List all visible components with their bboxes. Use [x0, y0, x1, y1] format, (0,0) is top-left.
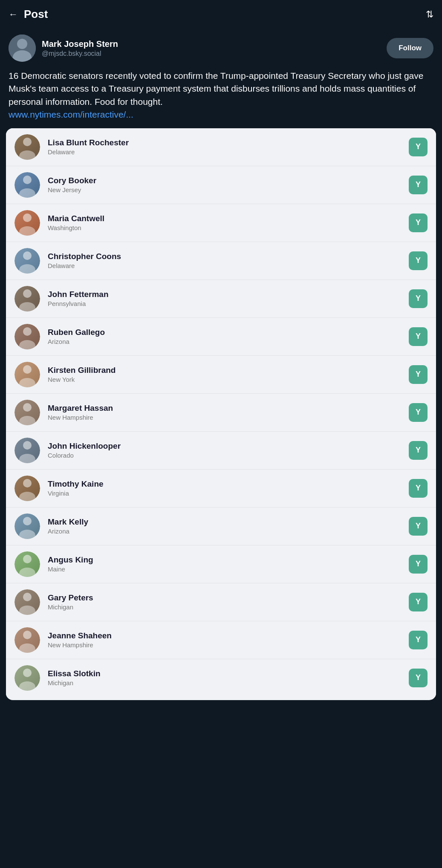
vote-badge: Y [409, 251, 428, 270]
senator-avatar [14, 438, 40, 463]
senator-info: Christopher Coons Delaware [48, 252, 409, 269]
senator-state: Pennsylvania [48, 300, 409, 307]
senator-info: Mark Kelly Arizona [48, 517, 409, 535]
senator-state: New Hampshire [48, 414, 409, 421]
senator-state: Washington [48, 224, 409, 231]
list-item: Angus King Maine Y [6, 545, 436, 583]
senator-state: New Hampshire [48, 641, 409, 649]
senator-avatar [14, 476, 40, 501]
vote-badge: Y [409, 403, 428, 422]
filter-icon[interactable]: ⇅ [426, 9, 433, 20]
senator-name: Elissa Slotkin [48, 669, 409, 678]
senator-state: Delaware [48, 148, 409, 156]
vote-badge: Y [409, 289, 428, 308]
senator-name: Kirsten Gillibrand [48, 366, 409, 375]
vote-badge: Y [409, 327, 428, 346]
senator-info: Gary Peters Michigan [48, 593, 409, 611]
vote-badge: Y [409, 555, 428, 574]
senators-card: Lisa Blunt Rochester Delaware Y Cory Boo… [6, 128, 436, 700]
senator-avatar [14, 286, 40, 311]
senator-state: Virginia [48, 490, 409, 497]
senator-name: John Hickenlooper [48, 441, 409, 451]
senator-name: Mark Kelly [48, 517, 409, 527]
senator-name: Lisa Blunt Rochester [48, 138, 409, 147]
senator-info: Maria Cantwell Washington [48, 214, 409, 231]
vote-badge: Y [409, 517, 428, 536]
senator-avatar [14, 210, 40, 236]
senator-info: Cory Booker New Jersey [48, 176, 409, 193]
post-text: 16 Democratic senators recently voted to… [9, 71, 423, 107]
senator-state: Colorado [48, 452, 409, 459]
list-item: Gary Peters Michigan Y [6, 583, 436, 621]
senator-info: Angus King Maine [48, 555, 409, 573]
list-item: Cory Booker New Jersey Y [6, 166, 436, 204]
senator-state: New Jersey [48, 186, 409, 193]
senator-name: Ruben Gallego [48, 328, 409, 337]
senator-name: Cory Booker [48, 176, 409, 185]
senator-name: Margaret Hassan [48, 404, 409, 413]
senator-avatar [14, 665, 40, 691]
senator-state: Michigan [48, 603, 409, 611]
senator-info: John Fetterman Pennsylvania [48, 290, 409, 307]
senator-state: Arizona [48, 528, 409, 535]
header: ← Post ⇅ [0, 0, 442, 29]
vote-badge: Y [409, 631, 428, 649]
post-body: 16 Democratic senators recently voted to… [0, 66, 442, 128]
senator-info: Timothy Kaine Virginia [48, 479, 409, 497]
list-item: Christopher Coons Delaware Y [6, 242, 436, 280]
senator-avatar [14, 324, 40, 349]
list-item: John Hickenlooper Colorado Y [6, 432, 436, 470]
author-info: Mark Joseph Stern @mjsdc.bsky.social [42, 39, 381, 58]
senator-name: Timothy Kaine [48, 479, 409, 489]
senator-avatar [14, 362, 40, 387]
senator-info: Jeanne Shaheen New Hampshire [48, 631, 409, 649]
list-item: Margaret Hassan New Hampshire Y [6, 394, 436, 432]
author-handle: @mjsdc.bsky.social [42, 50, 381, 58]
list-item: Mark Kelly Arizona Y [6, 508, 436, 545]
senator-info: John Hickenlooper Colorado [48, 441, 409, 459]
senator-info: Lisa Blunt Rochester Delaware [48, 138, 409, 156]
vote-badge: Y [409, 441, 428, 460]
list-item: Ruben Gallego Arizona Y [6, 318, 436, 356]
list-item: Maria Cantwell Washington Y [6, 204, 436, 242]
vote-badge: Y [409, 176, 428, 194]
senator-avatar [14, 134, 40, 160]
author-name: Mark Joseph Stern [42, 39, 381, 49]
senator-avatar [14, 513, 40, 539]
list-item: Timothy Kaine Virginia Y [6, 470, 436, 508]
senator-avatar [14, 589, 40, 615]
list-item: John Fetterman Pennsylvania Y [6, 280, 436, 318]
list-item: Jeanne Shaheen New Hampshire Y [6, 621, 436, 659]
senator-name: Jeanne Shaheen [48, 631, 409, 640]
vote-badge: Y [409, 479, 428, 498]
senator-name: Maria Cantwell [48, 214, 409, 223]
senator-name: Angus King [48, 555, 409, 565]
vote-badge: Y [409, 365, 428, 384]
senator-info: Kirsten Gillibrand New York [48, 366, 409, 383]
senator-avatar [14, 248, 40, 274]
page-title: Post [24, 8, 48, 21]
list-item: Elissa Slotkin Michigan Y [6, 659, 436, 697]
vote-badge: Y [409, 213, 428, 232]
follow-button[interactable]: Follow [387, 38, 433, 58]
senator-state: Arizona [48, 338, 409, 345]
senator-state: Delaware [48, 262, 409, 269]
senator-info: Margaret Hassan New Hampshire [48, 404, 409, 421]
senator-avatar [14, 551, 40, 577]
back-button[interactable]: ← [9, 9, 18, 20]
senator-name: John Fetterman [48, 290, 409, 299]
senator-avatar [14, 400, 40, 425]
list-item: Lisa Blunt Rochester Delaware Y [6, 128, 436, 166]
post-link[interactable]: www.nytimes.com/interactive/... [9, 110, 133, 119]
senator-state: Maine [48, 565, 409, 573]
senator-avatar [14, 627, 40, 653]
senator-avatar [14, 172, 40, 198]
senator-info: Ruben Gallego Arizona [48, 328, 409, 345]
list-item: Kirsten Gillibrand New York Y [6, 356, 436, 394]
avatar [9, 35, 36, 62]
senator-name: Gary Peters [48, 593, 409, 603]
vote-badge: Y [409, 669, 428, 687]
senator-state: Michigan [48, 679, 409, 686]
senator-name: Christopher Coons [48, 252, 409, 261]
senator-state: New York [48, 376, 409, 383]
